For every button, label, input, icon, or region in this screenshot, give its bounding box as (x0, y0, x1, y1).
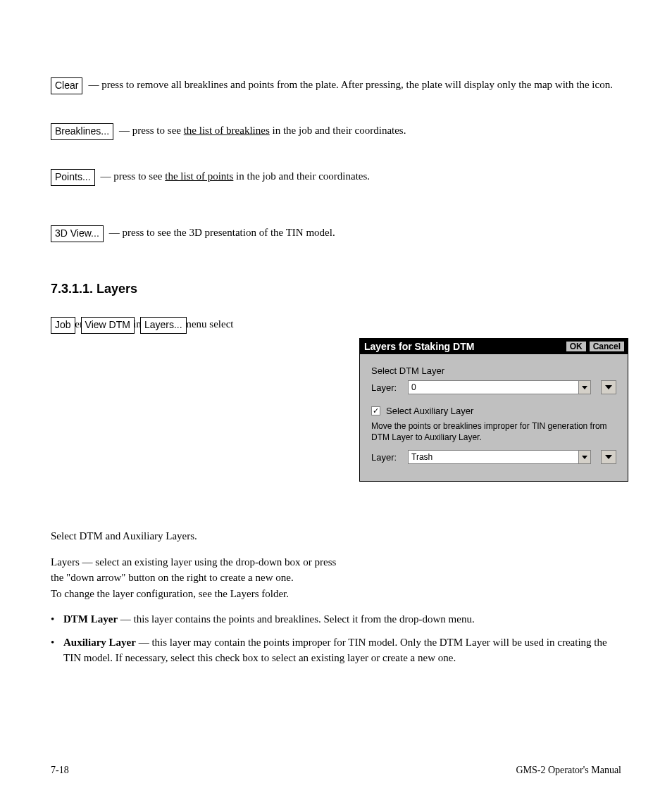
section-heading: 7.3.1.1. Layers (51, 282, 137, 296)
below-line3: To change the layer configuration, see t… (51, 586, 621, 602)
below-line2a: Layers — select an existing layer using … (51, 554, 621, 570)
aux-layer-checkbox-label: Select Auxiliary Layer (386, 406, 473, 416)
bullet-aux-layer: • Auxiliary Layer — this layer may conta… (51, 634, 621, 666)
dtm-layer-dropdown-icon[interactable] (578, 380, 591, 394)
dtm-layer-new-button[interactable] (601, 380, 616, 394)
path-viewdtm-button[interactable]: View DTM (81, 317, 135, 334)
aux-layer-dropdown-icon[interactable] (578, 450, 591, 464)
dialog-titlebar: Layers for Staking DTM OK Cancel (360, 339, 628, 354)
clear-button[interactable]: Clear (51, 77, 82, 94)
3dview-button[interactable]: 3D View... (51, 225, 104, 242)
bullet-dtm-layer: • DTM Layer — this layer contains the po… (51, 611, 621, 627)
below-line1: Select DTM and Auxiliary Layers. (51, 528, 621, 544)
dtm-layer-select[interactable]: 0 (408, 380, 578, 394)
path-job-button[interactable]: Job (51, 317, 75, 334)
layer-label-1: Layer: (371, 382, 402, 393)
breaklines-description: — press to see the list of breaklines in… (119, 123, 621, 137)
points-link[interactable]: the list of points (165, 170, 233, 182)
layers-dialog: Layers for Staking DTM OK Cancel Select … (359, 338, 628, 482)
aux-layer-checkbox[interactable]: ✓ (371, 406, 380, 415)
aux-hint: Move the points or breaklines improper f… (371, 420, 616, 443)
clear-description: — press to remove all breaklines and poi… (88, 77, 621, 92)
manual-title: GMS-2 Operator's Manual (516, 765, 622, 776)
below-line2b: the "down arrow" button on the right to … (51, 570, 621, 586)
dialog-title-text: Layers for Staking DTM (364, 341, 474, 352)
3dview-description: — press to see the 3D presentation of th… (109, 225, 621, 239)
points-button[interactable]: Points... (51, 169, 95, 186)
path-layers-button[interactable]: Layers... (140, 317, 187, 334)
page-number: 7-18 (51, 765, 69, 776)
aux-layer-new-button[interactable] (601, 450, 616, 464)
dialog-ok-button[interactable]: OK (566, 341, 587, 352)
breaklines-link[interactable]: the list of breaklines (184, 125, 270, 136)
points-description: — press to see the list of points in the… (101, 169, 621, 183)
aux-layer-select[interactable]: Trash (408, 450, 578, 464)
layer-label-2: Layer: (371, 452, 402, 463)
breaklines-button[interactable]: Breaklines... (51, 123, 113, 140)
dialog-cancel-button[interactable]: Cancel (589, 341, 625, 352)
select-dtm-label: Select DTM Layer (371, 365, 616, 376)
